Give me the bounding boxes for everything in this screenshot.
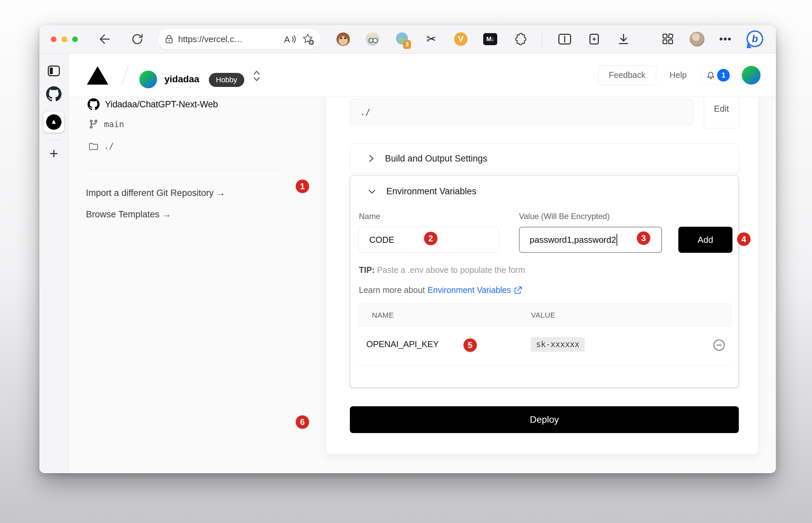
sidebar-vercel-item-selected[interactable]: ▲	[43, 112, 64, 132]
lock-icon	[165, 34, 173, 44]
annotation-5: 5	[464, 338, 477, 352]
chevron-right-icon	[367, 154, 375, 163]
minimize-window-button[interactable]	[61, 36, 67, 42]
configure-project-card: Edit Build and Output Settings Environ	[326, 97, 758, 455]
branch-row: main	[89, 119, 124, 129]
vercel-logo-icon[interactable]	[87, 66, 108, 85]
refresh-icon	[131, 33, 144, 46]
sidebar-github-icon[interactable]	[46, 86, 61, 102]
learn-more-prefix: Learn more about	[359, 285, 425, 295]
refresh-button[interactable]	[130, 32, 145, 47]
team-name[interactable]: yidadaa	[165, 74, 199, 85]
favorite-star-icon[interactable]	[302, 33, 314, 45]
external-link-icon	[514, 286, 522, 294]
team-avatar[interactable]	[139, 71, 157, 88]
extension-badge: 3	[403, 40, 411, 49]
edit-button[interactable]: Edit	[704, 97, 739, 128]
environment-variables-panel: Environment Variables Name Value (Will B…	[350, 175, 739, 387]
extensions-puzzle-icon[interactable]	[513, 32, 527, 46]
github-icon	[88, 98, 99, 110]
minus-circle-icon	[713, 339, 725, 351]
bell-icon	[706, 70, 716, 80]
profile-avatar[interactable]	[690, 32, 704, 47]
team-selector-chevrons-icon[interactable]	[253, 70, 260, 82]
page-content: Yidadaa/ChatGPT-Next-Web main ./ Import …	[69, 97, 776, 473]
table-header-name: NAME	[372, 311, 394, 320]
sidebar-divider	[46, 140, 61, 140]
name-field-label: Name	[359, 212, 380, 221]
vercel-logo-icon: ▲	[46, 114, 61, 130]
monkey-extension-icon[interactable]	[336, 32, 350, 46]
close-window-button[interactable]	[51, 36, 56, 42]
vimium-extension-icon[interactable]: V	[454, 32, 468, 46]
edge-sidebar: ▲ +	[39, 54, 69, 473]
apps-grid-icon[interactable]	[661, 32, 675, 46]
back-arrow-icon	[97, 33, 111, 46]
downloads-icon[interactable]	[617, 32, 630, 46]
bing-chat-icon[interactable]: b	[747, 31, 764, 48]
notifications-button[interactable]: 1	[701, 66, 733, 85]
environment-variables-header[interactable]: Environment Variables	[367, 186, 476, 197]
deploy-button[interactable]: Deploy	[350, 406, 739, 433]
annotation-2: 2	[424, 232, 437, 245]
env-row-value: sk-xxxxxx	[531, 337, 585, 352]
env-value-text: password1,password2	[530, 235, 616, 245]
traffic-lights	[51, 36, 78, 42]
url-text[interactable]: https://vercel.c…	[178, 34, 279, 44]
toolbar-divider	[542, 32, 542, 46]
folder-icon	[89, 142, 99, 151]
annotation-4: 4	[737, 232, 751, 246]
sidebar-tabs-icon[interactable]	[48, 66, 60, 76]
table-header-value: VALUE	[531, 311, 555, 320]
notification-count-badge: 1	[717, 69, 730, 82]
build-output-settings-label: Build and Output Settings	[385, 154, 487, 164]
env-row-name: OPENAI_API_KEY	[366, 339, 439, 349]
zoom-window-button[interactable]	[72, 36, 78, 42]
environment-variables-link[interactable]: Environment Variables	[428, 285, 522, 295]
annotation-6: 6	[296, 415, 309, 429]
vercel-page: yidadaa Hobby Feedback Help 1	[69, 54, 776, 473]
markdown-extension-icon[interactable]: M↓	[483, 32, 497, 46]
root-dir-text: ./	[104, 141, 114, 151]
value-field-label: Value (Will Be Encrypted)	[519, 212, 610, 221]
toolbar-right-cluster: ••• b	[661, 31, 764, 48]
chevron-down-icon	[367, 188, 376, 195]
scissors-extension-icon[interactable]: ✂	[424, 32, 438, 46]
add-button[interactable]: Add	[678, 227, 733, 253]
selected-repo-row: Yidadaa/ChatGPT-Next-Web	[88, 98, 218, 110]
root-directory-input[interactable]	[350, 99, 693, 125]
browser-toolbar: https://vercel.c… A 3 ✂ V	[39, 25, 776, 54]
address-bar[interactable]: https://vercel.c… A	[158, 29, 321, 50]
sidebar-add-button[interactable]: +	[50, 147, 58, 159]
build-output-settings-section[interactable]: Build and Output Settings	[350, 143, 739, 174]
tip-text: TIP: Paste a .env above to populate the …	[359, 265, 525, 275]
back-button[interactable]	[97, 32, 111, 47]
breadcrumb-slash	[121, 66, 129, 85]
split-screen-icon[interactable]	[558, 32, 572, 46]
left-panel-divider	[86, 170, 282, 171]
annotation-1: 1	[296, 180, 309, 193]
git-branch-icon	[89, 119, 99, 129]
remove-env-row-button[interactable]	[713, 339, 725, 351]
extensions-row: 3 ✂ V M↓ +	[336, 32, 630, 46]
face-extension-icon[interactable]	[365, 32, 380, 46]
browser-window: https://vercel.c… A 3 ✂ V	[39, 25, 776, 473]
plan-badge: Hobby	[209, 73, 244, 87]
import-different-repo-link[interactable]: Import a different Git Repository →	[86, 188, 225, 198]
read-aloud-icon[interactable]: A	[284, 34, 297, 44]
environment-variables-label: Environment Variables	[386, 186, 476, 197]
collections-icon[interactable]: +	[587, 32, 601, 46]
settings-menu-icon[interactable]: •••	[719, 33, 732, 45]
help-link[interactable]: Help	[669, 70, 687, 80]
branch-name: main	[104, 120, 124, 129]
text-caret	[617, 234, 617, 246]
repo-name: Yidadaa/ChatGPT-Next-Web	[105, 99, 218, 110]
annotation-3: 3	[637, 231, 650, 245]
table-row-divider	[358, 365, 731, 365]
user-avatar[interactable]	[742, 66, 760, 85]
browse-templates-link[interactable]: Browse Templates →	[86, 209, 171, 220]
env-table-header: NAME VALUE	[358, 303, 731, 327]
vercel-header: yidadaa Hobby Feedback Help 1	[69, 54, 776, 97]
meeting-extension-icon[interactable]: 3	[395, 32, 409, 46]
feedback-button[interactable]: Feedback	[598, 66, 656, 85]
